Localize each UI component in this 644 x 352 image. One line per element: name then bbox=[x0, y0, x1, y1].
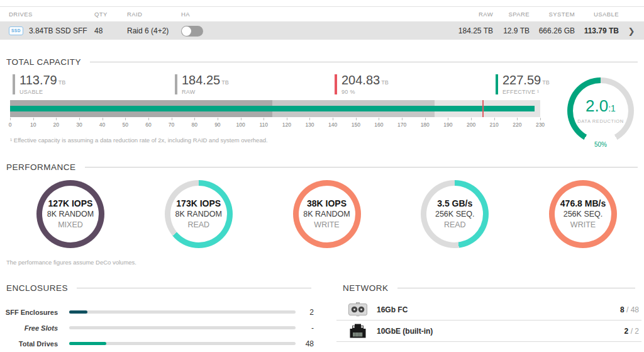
drive-system: 666.26 GB bbox=[530, 26, 575, 35]
axis-tick-label: 220 bbox=[513, 122, 521, 128]
ha-toggle[interactable] bbox=[181, 26, 203, 37]
axis-tick bbox=[448, 118, 448, 120]
axis-tick-label: 180 bbox=[421, 122, 430, 128]
capacity-bar bbox=[10, 100, 540, 117]
donut-value: 173K IOPS bbox=[176, 198, 221, 209]
usable-unit: TB bbox=[58, 79, 66, 86]
col-header-qty: QTY bbox=[94, 11, 127, 18]
donut-workload: 256K SEQ. bbox=[564, 209, 603, 220]
data-reduction-gauge: 2.0:1 DATA REDUCTION 50% bbox=[567, 77, 634, 144]
chevron-right-icon[interactable]: ❯ bbox=[619, 26, 644, 36]
capacity-bar-90-percent-tick bbox=[482, 100, 484, 117]
usable-marker: 113.79TB USABLE bbox=[13, 74, 65, 95]
drives-table-header: DRIVES QTY RAID HA RAW SPARE SYSTEM USAB… bbox=[0, 6, 644, 22]
axis-tick-label: 190 bbox=[443, 122, 452, 128]
fc-port-icon bbox=[348, 302, 368, 317]
axis-tick bbox=[172, 118, 172, 120]
heading-rule bbox=[77, 288, 311, 288]
donut-value: 476.8 MB/s bbox=[560, 198, 606, 209]
axis-tick bbox=[194, 118, 195, 120]
axis-tick bbox=[125, 118, 126, 120]
performance-section: PERFORMANCE 127K IOPS 8K RANDOM MIXED 17… bbox=[0, 162, 644, 266]
axis-tick-label: 110 bbox=[259, 122, 268, 128]
axis-tick bbox=[471, 118, 472, 120]
raw-label: RAW bbox=[182, 89, 229, 95]
raw-value: 184.25 bbox=[182, 73, 220, 87]
ssd-drive-icon: SSD bbox=[9, 26, 23, 36]
drive-row[interactable]: SSD 3.84TB SSD SFF 48 Raid 6 (4+2) 184.2… bbox=[0, 22, 644, 40]
col-header-raid: RAID bbox=[127, 11, 181, 18]
donut-value: 3.5 GB/s bbox=[437, 198, 472, 209]
axis-tick-label: 100 bbox=[236, 122, 245, 128]
enclosure-value: 48 bbox=[296, 339, 318, 348]
donut-workload: 8K RANDOM bbox=[303, 209, 350, 220]
marker-color-bar bbox=[335, 74, 337, 94]
performance-title: PERFORMANCE bbox=[6, 162, 76, 172]
marker-color-bar bbox=[13, 74, 15, 94]
capacity-bar-effective bbox=[10, 106, 535, 111]
donut-seq-read: 3.5 GB/s 256K SEQ. READ bbox=[421, 180, 489, 248]
heading-rule bbox=[397, 288, 636, 288]
total-capacity-title: TOTAL CAPACITY bbox=[6, 57, 81, 67]
data-reduction-percent: 50% bbox=[567, 141, 634, 148]
drive-raw: 184.25 TB bbox=[438, 26, 493, 35]
network-port-label: 16Gb FC bbox=[377, 305, 408, 314]
drive-usable: 113.79 TB bbox=[575, 26, 619, 35]
enclosure-label: Total Drives bbox=[0, 340, 58, 348]
drive-spare: 12.9 TB bbox=[493, 26, 530, 35]
enclosures-title: ENCLOSURES bbox=[6, 283, 68, 293]
axis-tick bbox=[309, 118, 310, 120]
axis-tick bbox=[218, 118, 218, 120]
performance-donuts: 127K IOPS 8K RANDOM MIXED 173K IOPS 8K R… bbox=[0, 172, 644, 248]
donut-mode: WRITE bbox=[570, 220, 596, 230]
axis-tick-label: 10 bbox=[30, 122, 36, 128]
enclosure-row-sff: SFF Enclosures 2 bbox=[0, 304, 318, 320]
ha-toggle-knob bbox=[182, 26, 191, 36]
axis-tick bbox=[33, 118, 34, 120]
ninety-percent-label: 90 % bbox=[341, 89, 389, 95]
col-header-drives: DRIVES bbox=[0, 11, 94, 18]
axis-tick-label: 120 bbox=[282, 122, 291, 128]
axis-tick-label: 70 bbox=[169, 122, 174, 128]
network-row-fc: 16Gb FC 8 / 48 bbox=[336, 299, 641, 321]
axis-tick bbox=[10, 118, 11, 120]
axis-tick bbox=[287, 118, 287, 120]
donut-mode: READ bbox=[187, 220, 209, 230]
raw-unit: TB bbox=[221, 79, 229, 86]
enclosure-value: 2 bbox=[296, 308, 318, 317]
usable-label: USABLE bbox=[19, 89, 65, 95]
donut-random-read: 173K IOPS 8K RANDOM READ bbox=[165, 180, 233, 248]
usable-value: 113.79 bbox=[19, 73, 57, 87]
axis-tick-label: 80 bbox=[191, 122, 197, 128]
axis-tick-label: 150 bbox=[352, 122, 360, 128]
enclosures-section: ENCLOSURES SFF Enclosures 2 Free Slots -… bbox=[0, 283, 318, 351]
drives-table: DRIVES QTY RAID HA RAW SPARE SYSTEM USAB… bbox=[0, 6, 644, 40]
axis-tick bbox=[241, 118, 242, 120]
donut-mode: MIXED bbox=[58, 220, 83, 230]
axis-tick-label: 20 bbox=[53, 122, 59, 128]
axis-tick-label: 230 bbox=[536, 122, 545, 128]
donut-workload: 8K RANDOM bbox=[175, 209, 222, 220]
capacity-axis: 0102030405060708090100110120130140150160… bbox=[10, 117, 540, 128]
donut-value: 38K IOPS bbox=[307, 198, 347, 209]
enclosure-bar-fill bbox=[69, 342, 106, 345]
donut-random-write: 38K IOPS 8K RANDOM WRITE bbox=[293, 180, 361, 248]
ninety-percent-unit: TB bbox=[381, 79, 389, 86]
enclosure-bar-track bbox=[69, 326, 296, 329]
axis-tick bbox=[264, 118, 264, 120]
enclosure-bar-fill bbox=[69, 310, 87, 314]
axis-tick-label: 0 bbox=[9, 122, 12, 128]
network-port-count: 8 / 48 bbox=[620, 305, 639, 314]
axis-tick-label: 140 bbox=[328, 122, 337, 128]
ninety-percent-marker: 204.83TB 90 % bbox=[335, 74, 389, 95]
axis-tick bbox=[103, 118, 103, 120]
network-port-count: 2 / 2 bbox=[625, 327, 639, 336]
enclosure-row-total-drives: Total Drives 48 bbox=[0, 336, 318, 351]
axis-tick bbox=[356, 118, 357, 120]
enclosure-value: - bbox=[296, 324, 318, 332]
axis-tick bbox=[56, 118, 57, 120]
axis-tick-label: 170 bbox=[397, 122, 406, 128]
axis-tick bbox=[379, 118, 379, 120]
data-reduction-label: DATA REDUCTION bbox=[577, 118, 624, 124]
axis-tick-label: 60 bbox=[145, 122, 151, 128]
